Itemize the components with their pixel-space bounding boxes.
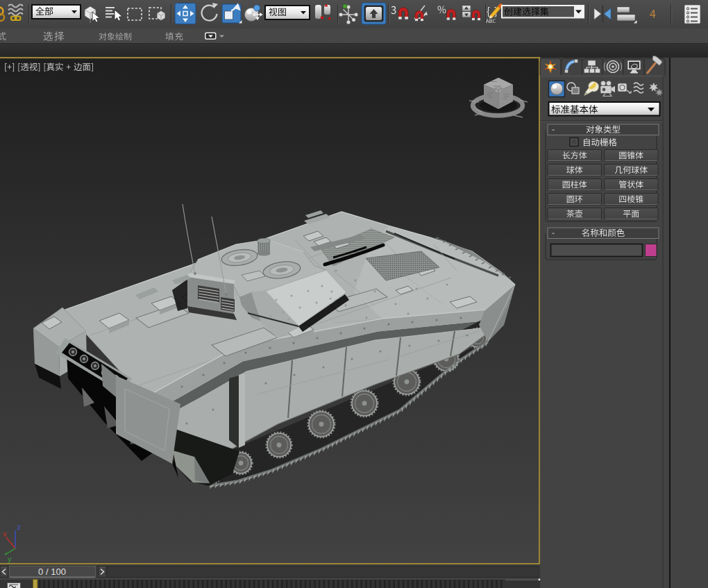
svg-text:x: x [3,530,7,538]
svg-text:z: z [17,523,22,531]
svg-text:0 / 100: 0 / 100 [38,566,66,577]
svg-text:y: y [8,555,12,563]
